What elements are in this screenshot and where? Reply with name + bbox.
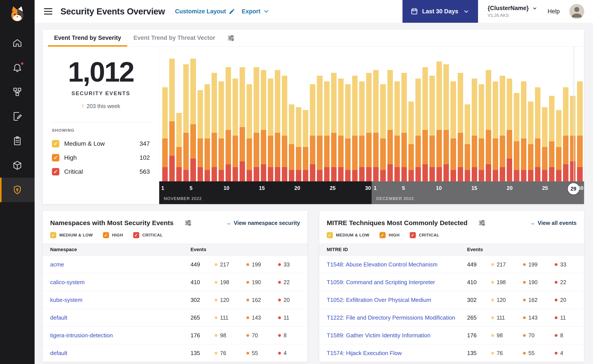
row-link[interactable]: T1589: Gather Victim Identity Informatio… xyxy=(327,332,467,339)
chart-bar[interactable] xyxy=(549,59,554,181)
export-menu[interactable]: Export xyxy=(242,8,270,15)
tab-event-trend-by-severity[interactable]: Event Trend by Severity xyxy=(48,30,127,46)
chart-bar[interactable] xyxy=(394,59,400,181)
selected-day-marker[interactable]: 29 xyxy=(568,183,579,195)
chart-bar[interactable] xyxy=(169,59,175,181)
severity-checkbox[interactable]: ✓ xyxy=(103,232,109,238)
chart-bar[interactable] xyxy=(542,59,547,181)
cluster-selector[interactable]: {ClusterName} V1.26 AKS xyxy=(488,5,538,18)
chart-bar[interactable] xyxy=(226,59,231,181)
row-link[interactable]: kube-system xyxy=(50,297,191,303)
chart-bar[interactable] xyxy=(563,59,568,181)
chart-bar[interactable] xyxy=(422,59,428,181)
chart-bar[interactable] xyxy=(373,59,379,181)
chart-bar[interactable] xyxy=(465,59,470,181)
chart-bar[interactable] xyxy=(310,59,315,181)
severity-filter-chip[interactable]: ✓HIGH xyxy=(103,232,123,238)
chart-bar[interactable] xyxy=(408,59,414,181)
severity-filter-row[interactable]: ✓Critical563 xyxy=(52,165,150,179)
severity-filter-chip[interactable]: ✓HIGH xyxy=(380,232,400,238)
row-link[interactable]: acme xyxy=(50,261,191,268)
calico-cat-logo[interactable] xyxy=(0,0,35,31)
chart-bar[interactable] xyxy=(338,59,344,181)
chart-bar[interactable] xyxy=(415,59,421,181)
chart-bar[interactable] xyxy=(162,59,168,181)
severity-filter-chip[interactable]: ✓MEDIUM & LOW xyxy=(327,232,369,238)
severity-checkbox[interactable]: ✓ xyxy=(52,140,59,147)
chart-bar[interactable] xyxy=(479,59,484,181)
severity-checkbox[interactable]: ✓ xyxy=(380,232,386,238)
sidebar-item-images[interactable] xyxy=(0,153,35,178)
mitre-settings-button[interactable] xyxy=(477,218,487,228)
row-link[interactable]: T1059: Command and Scripting Interpreter xyxy=(327,279,467,286)
chart-bar[interactable] xyxy=(352,59,358,181)
chart-bar[interactable] xyxy=(190,59,196,181)
severity-checkbox[interactable]: ✓ xyxy=(327,232,333,238)
customize-layout-link[interactable]: Customize Layout xyxy=(175,8,235,15)
chart-bar[interactable] xyxy=(205,59,210,181)
chart-bar[interactable] xyxy=(261,59,266,181)
severity-checkbox[interactable]: ✓ xyxy=(410,232,416,238)
chart-bar[interactable] xyxy=(198,59,203,181)
sidebar-item-home[interactable] xyxy=(0,31,35,55)
row-link[interactable]: T1052: Exfiltration Over Physical Medium xyxy=(327,297,467,303)
chart-bar[interactable] xyxy=(486,59,491,181)
chart-bar[interactable] xyxy=(296,59,301,181)
chart-bar[interactable] xyxy=(247,59,252,181)
chart-bar[interactable] xyxy=(577,59,582,181)
chart-bar[interactable] xyxy=(275,59,280,181)
sidebar-item-threat-defense[interactable] xyxy=(0,178,35,202)
chart-bar[interactable] xyxy=(401,59,407,181)
chart-bar[interactable] xyxy=(521,59,526,181)
chart-bar[interactable] xyxy=(233,59,238,181)
row-link[interactable]: default xyxy=(50,350,191,357)
chart-bar[interactable] xyxy=(289,59,294,181)
sidebar-item-service-graph[interactable] xyxy=(0,80,35,104)
sidebar-item-policies[interactable] xyxy=(0,104,35,129)
chart-bar[interactable] xyxy=(183,59,189,181)
severity-filter-row[interactable]: ✓High102 xyxy=(52,151,150,165)
chart-bar[interactable] xyxy=(570,59,575,181)
chart-bar[interactable] xyxy=(535,59,540,181)
chart-bar[interactable] xyxy=(436,59,442,181)
chart-bar[interactable] xyxy=(380,59,386,181)
row-link[interactable]: default xyxy=(50,314,191,321)
severity-filter-chip[interactable]: ✓CRITICAL xyxy=(410,232,439,238)
chart-bar[interactable] xyxy=(366,59,372,181)
chart-bar[interactable] xyxy=(528,59,533,181)
severity-checkbox[interactable]: ✓ xyxy=(52,168,59,176)
namespaces-settings-button[interactable] xyxy=(183,218,193,228)
chart-bar[interactable] xyxy=(507,59,512,181)
tab-event-trend-by-threat-vector[interactable]: Event Trend by Threat Vector xyxy=(127,30,221,46)
user-avatar[interactable] xyxy=(569,4,584,19)
help-link[interactable]: Help xyxy=(547,8,560,15)
chart-bar[interactable] xyxy=(387,59,393,181)
severity-checkbox[interactable]: ✓ xyxy=(133,232,139,238)
severity-checkbox[interactable]: ✓ xyxy=(52,154,59,162)
chart-bar[interactable] xyxy=(331,59,337,181)
chart-bar[interactable] xyxy=(345,59,351,181)
row-link[interactable]: tigera-intrusion-detection xyxy=(50,332,191,339)
chart-bar[interactable] xyxy=(514,59,519,181)
chart-bar[interactable] xyxy=(303,59,308,181)
sidebar-item-compliance[interactable] xyxy=(0,129,35,153)
view-all-events-link[interactable]: → View all events xyxy=(529,220,577,226)
chart-bar[interactable] xyxy=(443,59,449,181)
sidebar-item-alerts[interactable] xyxy=(0,55,35,80)
severity-filter-chip[interactable]: ✓MEDIUM & LOW xyxy=(50,232,93,238)
chart-bar[interactable] xyxy=(429,59,435,181)
chart-bar[interactable] xyxy=(212,59,217,181)
chart-bar[interactable] xyxy=(472,59,477,181)
severity-filter-chip[interactable]: ✓CRITICAL xyxy=(133,232,163,238)
severity-filter-row[interactable]: ✓Medium & Low347 xyxy=(52,137,150,151)
chart-bar[interactable] xyxy=(359,59,365,181)
chart-bar[interactable] xyxy=(240,59,245,181)
chart-bar[interactable] xyxy=(282,59,287,181)
chart-bar[interactable] xyxy=(317,59,322,181)
trend-settings-button[interactable] xyxy=(226,33,236,43)
chart-bar[interactable] xyxy=(324,59,330,181)
chart-bar[interactable] xyxy=(458,59,463,181)
date-range-button[interactable]: Last 30 Days xyxy=(402,0,478,23)
chart-bar[interactable] xyxy=(268,59,273,181)
chart-bar[interactable] xyxy=(500,59,505,181)
